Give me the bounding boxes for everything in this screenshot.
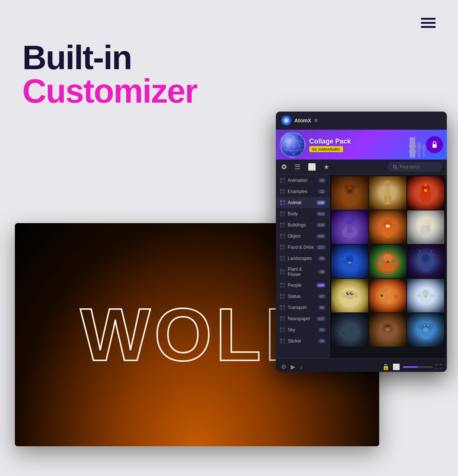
svg-rect-38	[280, 225, 282, 228]
svg-rect-89	[388, 196, 391, 204]
svg-point-119	[348, 292, 349, 294]
sidebar-category-label: Sky	[288, 327, 295, 332]
headline-line1: Built-in	[22, 41, 197, 74]
banner-subtitle: by zodostudio	[309, 146, 343, 152]
svg-rect-43	[283, 237, 285, 239]
sidebar-category-count: 55	[318, 256, 326, 261]
svg-rect-66	[280, 308, 282, 310]
grid-cell-bird-blue[interactable]	[331, 245, 368, 278]
sidebar-item-statue[interactable]: Statue 67	[276, 291, 329, 302]
svg-point-103	[425, 218, 432, 226]
hamburger-menu[interactable]	[421, 18, 436, 28]
parrot-shape	[377, 248, 399, 274]
category-icon	[280, 189, 286, 194]
bull-shape	[376, 318, 400, 342]
sidebar-item-food-drink[interactable]: Food & Drink 117	[276, 242, 329, 253]
sidebar-category-label: Animal	[288, 200, 301, 205]
sidebar-category-count: 213	[316, 212, 326, 216]
sidebar-category-count: 32	[318, 328, 326, 332]
svg-rect-14	[418, 150, 420, 158]
svg-marker-99	[382, 216, 386, 220]
sidebar-category-count: 26	[318, 339, 326, 343]
hamburger-line-1	[421, 18, 436, 20]
panel-grid	[330, 175, 447, 358]
sidebar-item-body[interactable]: Body 213	[276, 208, 329, 219]
svg-rect-42	[280, 237, 282, 239]
bottom-music-icon[interactable]: ♪	[300, 364, 303, 370]
sidebar-category-label: Sticker	[288, 338, 301, 344]
grid-cell-horse[interactable]	[331, 210, 368, 244]
sidebar-item-landscapes[interactable]: Landscapes 55	[276, 253, 329, 264]
sidebar-item-object[interactable]: Object 206	[276, 231, 329, 242]
sidebar-category-count: 206	[316, 234, 326, 238]
bottom-play-icon[interactable]: ▶	[291, 363, 295, 370]
svg-rect-53	[283, 269, 285, 271]
sidebar-item-animation[interactable]: Animation 16	[276, 175, 329, 186]
svg-rect-62	[280, 297, 282, 299]
bottom-lock-icon[interactable]: 🔒	[382, 363, 390, 370]
svg-rect-72	[280, 327, 282, 329]
headline: Built-in Customizer	[22, 41, 197, 108]
panel-banner: Collage Pack by zodostudio	[276, 130, 447, 160]
sidebar-item-people[interactable]: People 104	[276, 280, 329, 291]
toolbar-list-icon[interactable]: ☰	[294, 163, 300, 171]
sidebar-category-label: Transport	[288, 305, 307, 310]
svg-point-93	[424, 189, 427, 192]
sidebar-item-animal[interactable]: Animal 149	[276, 197, 329, 208]
sidebar-item-plant-flower[interactable]: Plant & Flower 19	[276, 264, 329, 280]
atomx-logo	[281, 115, 291, 126]
toolbar-star-icon[interactable]: ★	[323, 163, 329, 171]
sidebar-item-examples[interactable]: Examples 12	[276, 186, 329, 197]
sidebar-item-sky[interactable]: Sky 32	[276, 324, 329, 335]
sidebar-category-label: Object	[288, 234, 301, 239]
sidebar-item-transport[interactable]: Transport 80	[276, 302, 329, 313]
grid-cell-white-bird[interactable]	[407, 279, 444, 312]
grid-cell-frog[interactable]	[331, 279, 368, 312]
svg-rect-55	[283, 272, 285, 274]
svg-rect-17	[433, 144, 437, 148]
search-input[interactable]	[400, 164, 437, 170]
svg-rect-88	[384, 196, 387, 204]
svg-rect-61	[283, 294, 285, 296]
panel-menu-icon[interactable]: ≡	[314, 117, 317, 124]
sidebar-item-newspaper[interactable]: Newspaper 117	[276, 313, 329, 324]
svg-rect-16	[423, 151, 425, 157]
svg-rect-70	[280, 319, 282, 321]
grid-cell-koala[interactable]	[407, 313, 444, 347]
ostrich-shape	[415, 213, 437, 241]
grid-cell-shark[interactable]	[331, 313, 368, 347]
grid-cell-deer[interactable]	[407, 245, 444, 278]
sidebar-category-label: People	[288, 283, 301, 288]
bottom-settings-icon[interactable]: ⚙	[281, 363, 286, 370]
panel-header: AtomX ≡	[276, 112, 447, 130]
svg-point-140	[423, 325, 425, 326]
frog-shape	[338, 284, 362, 308]
svg-rect-23	[283, 181, 285, 183]
toolbar-export-icon[interactable]: ⬜	[308, 163, 316, 171]
category-icon	[280, 293, 286, 299]
grid-cell-goldfish[interactable]	[369, 279, 406, 312]
grid-cell-bear[interactable]	[331, 176, 368, 210]
svg-rect-24	[280, 189, 282, 191]
banner-cart-button[interactable]	[426, 136, 443, 153]
grid-cell-ostrich[interactable]	[407, 210, 444, 244]
category-icon	[280, 244, 286, 250]
grid-cell-bull[interactable]	[369, 313, 406, 347]
svg-line-19	[396, 168, 397, 169]
headline-line2: Customizer	[22, 74, 197, 108]
bottom-expand-icon[interactable]: ⛶	[436, 364, 442, 370]
sidebar-item-buildings[interactable]: Buildings 118	[276, 219, 329, 231]
svg-rect-28	[280, 200, 282, 202]
grid-cell-rooster[interactable]	[407, 176, 444, 210]
sidebar-category-count: 19	[318, 270, 326, 274]
bottom-slider[interactable]	[403, 366, 433, 368]
svg-rect-46	[280, 248, 282, 250]
bottom-resize-icon[interactable]: ⬜	[393, 363, 400, 370]
svg-point-141	[427, 325, 428, 326]
toolbar-sliders-icon[interactable]: ⚙	[281, 163, 287, 171]
grid-cell-giraffe[interactable]	[369, 176, 406, 210]
grid-cell-parrot[interactable]	[369, 245, 406, 278]
sidebar-category-label: Newspaper	[288, 316, 310, 321]
grid-cell-fox[interactable]	[369, 210, 406, 244]
sidebar-item-sticker[interactable]: Sticker 26	[276, 335, 329, 347]
